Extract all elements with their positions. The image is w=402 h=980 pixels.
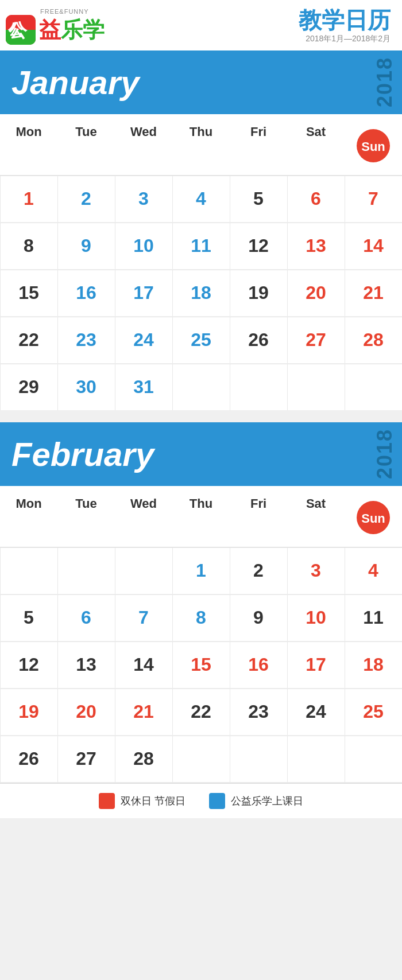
january-header: January 2018 (0, 50, 402, 114)
feb-week-5: 26 27 28 (0, 736, 402, 783)
legend-color-blue (209, 793, 225, 809)
jan-day-23: 23 (57, 317, 115, 363)
legend-label-2: 公益乐学上课日 (231, 794, 303, 808)
jan-day-26: 26 (230, 317, 287, 363)
jan-day-25: 25 (172, 317, 230, 363)
logo-cn-text: 益乐学 (39, 15, 105, 45)
feb-day-9: 9 (230, 594, 287, 641)
jan-day-22: 22 (0, 317, 57, 363)
feb-day-27: 27 (57, 736, 115, 782)
feb-day-11: 11 (345, 594, 402, 641)
jan-week-3: 15 16 17 18 19 20 21 (0, 270, 402, 317)
jan-empty-2 (230, 364, 287, 410)
feb-header-sat: Sat (287, 486, 345, 547)
feb-day-28: 28 (115, 736, 172, 782)
feb-week-1: 1 2 3 4 (0, 547, 402, 594)
feb-day-19: 19 (0, 689, 57, 735)
feb-day-4: 4 (345, 547, 402, 594)
jan-day-4: 4 (172, 176, 230, 222)
january-year-rotated: 2018 (368, 50, 402, 114)
feb-empty-4 (172, 736, 230, 782)
title-cn: 教学日历 (299, 9, 391, 32)
jan-week-5: 29 30 31 (0, 364, 402, 411)
jan-week-2: 8 9 10 11 12 13 14 (0, 223, 402, 270)
jan-day-31: 31 (115, 364, 172, 410)
feb-week-2: 5 6 7 8 9 10 11 (0, 594, 402, 641)
jan-day-11: 11 (172, 223, 230, 269)
legend: 双休日 节假日 公益乐学上课日 (0, 783, 402, 818)
february-year-rotated: 2018 (368, 422, 402, 486)
feb-header-thu: Thu (172, 486, 230, 547)
svg-text:公: 公 (8, 20, 28, 41)
february-day-headers: Mon Tue Wed Thu Fri Sat Sun (0, 486, 402, 547)
jan-week-4: 22 23 24 25 26 27 28 (0, 317, 402, 364)
feb-day-20: 20 (57, 689, 115, 735)
jan-day-29: 29 (0, 364, 57, 410)
logo-funny-text: FREE&FUNNY (40, 8, 89, 15)
jan-header-sun: Sun (345, 114, 402, 175)
jan-day-5: 5 (230, 176, 287, 222)
february-month-name: February (11, 435, 154, 473)
feb-empty-7 (345, 736, 402, 782)
feb-day-21: 21 (115, 689, 172, 735)
feb-day-8: 8 (172, 594, 230, 641)
jan-header-tue: Tue (57, 114, 115, 175)
feb-day-17: 17 (287, 641, 345, 688)
jan-day-7: 7 (345, 176, 402, 222)
feb-day-23: 23 (230, 689, 287, 735)
feb-sun-badge: Sun (357, 501, 390, 534)
svg-rect-2 (6, 30, 36, 45)
jan-sun-badge: Sun (357, 129, 390, 162)
jan-day-3: 3 (115, 176, 172, 222)
jan-day-18: 18 (172, 270, 230, 316)
jan-day-16: 16 (57, 270, 115, 316)
jan-day-1: 1 (0, 176, 57, 222)
jan-day-20: 20 (287, 270, 345, 316)
logo-area: FREE&FUNNY 公 益乐学 (6, 8, 105, 45)
feb-week-4: 19 20 21 22 23 24 25 (0, 689, 402, 736)
feb-empty-5 (230, 736, 287, 782)
jan-day-12: 12 (230, 223, 287, 269)
feb-header-sun: Sun (345, 486, 402, 547)
feb-empty-2 (57, 547, 115, 594)
jan-empty-1 (172, 364, 230, 410)
jan-day-28: 28 (345, 317, 402, 363)
feb-header-mon: Mon (0, 486, 57, 547)
feb-day-16: 16 (230, 641, 287, 688)
feb-header-wed: Wed (115, 486, 172, 547)
jan-day-15: 15 (0, 270, 57, 316)
jan-header-wed: Wed (115, 114, 172, 175)
january-calendar: Mon Tue Wed Thu Fri Sat Sun 1 2 3 4 5 6 … (0, 114, 402, 411)
jan-day-21: 21 (345, 270, 402, 316)
jan-header-mon: Mon (0, 114, 57, 175)
jan-day-9: 9 (57, 223, 115, 269)
feb-empty-3 (115, 547, 172, 594)
feb-empty-6 (287, 736, 345, 782)
feb-day-2: 2 (230, 547, 287, 594)
legend-item-1: 双休日 节假日 (99, 793, 185, 809)
jan-day-30: 30 (57, 364, 115, 410)
jan-day-24: 24 (115, 317, 172, 363)
feb-day-6: 6 (57, 594, 115, 641)
title-right: 教学日历 2018年1月—2018年2月 (299, 9, 391, 44)
february-year-text: 2018 (373, 429, 397, 479)
feb-header-fri: Fri (230, 486, 287, 547)
feb-day-25: 25 (345, 689, 402, 735)
jan-day-10: 10 (115, 223, 172, 269)
february-header: February 2018 (0, 422, 402, 486)
jan-day-6: 6 (287, 176, 345, 222)
jan-day-19: 19 (230, 270, 287, 316)
jan-day-14: 14 (345, 223, 402, 269)
feb-header-tue: Tue (57, 486, 115, 547)
february-calendar: Mon Tue Wed Thu Fri Sat Sun 1 2 3 4 5 6 … (0, 486, 402, 783)
jan-day-13: 13 (287, 223, 345, 269)
legend-label-1: 双休日 节假日 (121, 794, 185, 808)
january-month-name: January (11, 63, 139, 102)
logo-svg: 公 (6, 15, 36, 45)
jan-empty-3 (287, 364, 345, 410)
feb-day-26: 26 (0, 736, 57, 782)
logo-icon: 公 (6, 15, 36, 45)
jan-empty-4 (345, 364, 402, 410)
feb-day-5: 5 (0, 594, 57, 641)
feb-day-22: 22 (172, 689, 230, 735)
